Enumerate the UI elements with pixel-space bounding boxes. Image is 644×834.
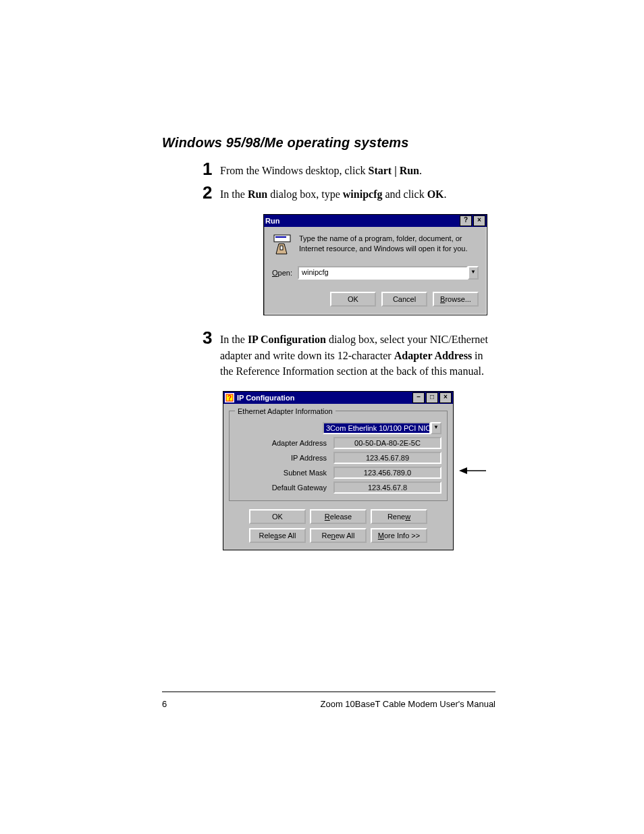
- text: dialog box, type: [267, 188, 343, 200]
- run-description: Type the name of a program, folder, docu…: [299, 234, 479, 253]
- subnet-mask-label: Subnet Mask: [235, 469, 333, 477]
- steps-list: 1 From the Windows desktop, click Start …: [203, 159, 495, 550]
- text: In the: [220, 188, 248, 200]
- bold: Run: [248, 188, 267, 200]
- ipconfig-dialog: ? IP Configuration – □ × Ethernet Adapte…: [223, 391, 454, 550]
- text: .: [444, 188, 447, 200]
- footer-title: Zoom 10BaseT Cable Modem User's Manual: [321, 699, 495, 709]
- more-info-button[interactable]: More Info >>: [371, 528, 427, 543]
- svg-rect-1: [275, 236, 286, 238]
- page-number: 6: [162, 699, 167, 709]
- close-button[interactable]: ×: [439, 392, 452, 403]
- group-title: Ethernet Adapter Information: [235, 407, 336, 415]
- step-number: 2: [203, 182, 220, 201]
- open-combobox[interactable]: winipcfg ▼: [298, 266, 479, 280]
- run-dialog: Run ? ×: [263, 214, 487, 315]
- bold: IP Configuration: [248, 334, 326, 345]
- maximize-button[interactable]: □: [426, 392, 438, 403]
- ip-address-value: 123.45.67.89: [333, 452, 441, 464]
- bold: OK: [427, 188, 444, 200]
- step-1: 1 From the Windows desktop, click Start …: [203, 159, 495, 178]
- run-titlebar[interactable]: Run ? ×: [264, 215, 487, 227]
- text: .: [419, 165, 422, 176]
- bold: Start | Run: [368, 165, 419, 176]
- run-icon: [272, 234, 294, 257]
- step-text: In the IP Configuration dialog box, sele…: [220, 328, 495, 379]
- step-2: 2 In the Run dialog box, type winipcfg a…: [203, 182, 495, 202]
- adapter-address-value: 00-50-DA-80-2E-5C: [333, 437, 441, 449]
- open-label: Open:: [272, 269, 298, 277]
- adapter-info-group: Ethernet Adapter Information 3Com Etherl…: [229, 411, 448, 501]
- run-title: Run: [265, 217, 279, 225]
- adapter-address-label: Adapter Address: [235, 439, 333, 447]
- ipconfig-title: IP Configuration: [237, 394, 294, 402]
- help-button[interactable]: ?: [460, 215, 472, 226]
- adapter-select[interactable]: 3Com Etherlink 10/100 PCI NIC ▼: [323, 422, 441, 434]
- arrow-annotation-icon: [459, 466, 486, 475]
- bold: winipcfg: [343, 188, 383, 200]
- text: and click: [382, 188, 427, 200]
- open-input[interactable]: winipcfg: [298, 266, 468, 280]
- footer-rule: [162, 692, 495, 692]
- step-text: In the Run dialog box, type winipcfg and…: [220, 182, 495, 202]
- page-footer: 6 Zoom 10BaseT Cable Modem User's Manual: [162, 699, 495, 709]
- renew-button[interactable]: Renew: [371, 509, 427, 524]
- svg-marker-6: [459, 467, 467, 474]
- dropdown-button[interactable]: ▼: [468, 266, 479, 280]
- ok-button[interactable]: OK: [330, 292, 376, 307]
- browse-button[interactable]: Browse...: [433, 292, 479, 307]
- subnet-mask-value: 123.456.789.0: [333, 467, 441, 479]
- cancel-button[interactable]: Cancel: [381, 292, 427, 307]
- release-all-button[interactable]: Release All: [249, 528, 306, 543]
- text: In the: [220, 334, 248, 345]
- close-button[interactable]: ×: [473, 215, 485, 226]
- step-3: 3 In the IP Configuration dialog box, se…: [203, 328, 495, 379]
- adapter-select-value: 3Com Etherlink 10/100 PCI NIC: [323, 422, 431, 434]
- svg-rect-2: [280, 246, 283, 250]
- section-heading: Windows 95/98/Me operating systems: [162, 135, 495, 151]
- renew-all-button[interactable]: Renew All: [310, 528, 367, 543]
- svg-rect-0: [274, 235, 290, 242]
- minimize-button[interactable]: –: [412, 392, 425, 403]
- figure-run-dialog: Run ? ×: [263, 214, 495, 315]
- bold: Adapter Address: [394, 350, 472, 361]
- release-button[interactable]: Release: [310, 509, 367, 524]
- ok-button[interactable]: OK: [249, 509, 306, 524]
- step-number: 3: [203, 328, 220, 346]
- figure-ipconfig-dialog: ? IP Configuration – □ × Ethernet Adapte…: [223, 391, 495, 550]
- ipconfig-icon: ?: [225, 393, 234, 402]
- dropdown-button[interactable]: ▼: [431, 422, 441, 434]
- ipconfig-titlebar[interactable]: ? IP Configuration – □ ×: [223, 392, 453, 404]
- document-page: Windows 95/98/Me operating systems 1 Fro…: [0, 0, 644, 834]
- ip-address-label: IP Address: [235, 454, 333, 462]
- default-gateway-label: Default Gateway: [235, 484, 333, 492]
- step-text: From the Windows desktop, click Start | …: [220, 159, 495, 178]
- svg-text:?: ?: [227, 394, 232, 402]
- default-gateway-value: 123.45.67.8: [333, 481, 441, 494]
- step-number: 1: [203, 159, 220, 178]
- text: From the Windows desktop, click: [220, 165, 368, 176]
